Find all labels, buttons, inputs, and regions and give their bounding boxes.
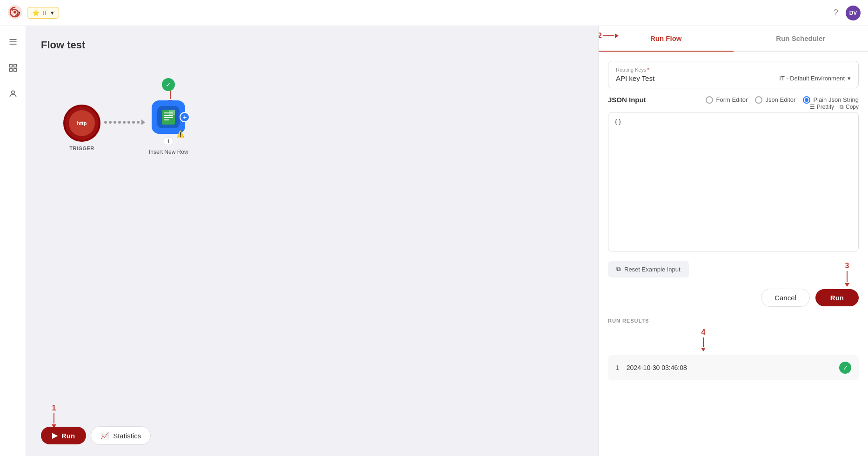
- action-box-inner: [157, 106, 180, 128]
- trigger-node[interactable]: http TRIGGER: [63, 105, 100, 151]
- trigger-inner-circle: http: [69, 110, 95, 136]
- svg-rect-14: [164, 119, 169, 120]
- chevron-down-icon: ▾: [848, 75, 851, 82]
- run-button[interactable]: ▶ Run: [41, 427, 86, 444]
- tab-run-scheduler[interactable]: Run Scheduler: [734, 26, 868, 51]
- flow-title: Flow test: [41, 39, 85, 51]
- cancel-button[interactable]: Cancel: [761, 289, 810, 307]
- environment-selector[interactable]: IT - Default Environment ▾: [779, 75, 851, 82]
- annotation-4: 4: [701, 328, 706, 351]
- topnav-left: ⭐ IT ▾: [7, 5, 59, 21]
- right-panel: 2 Run Flow Run Scheduler Routing Keys * …: [598, 26, 868, 456]
- json-input-section: JSON Input Form Editor Json Editor Pl: [608, 96, 859, 253]
- svg-rect-7: [9, 69, 12, 72]
- form-editor-radio[interactable]: [706, 96, 713, 104]
- annotation-2: 2: [598, 32, 619, 40]
- add-node-button[interactable]: +: [180, 112, 190, 122]
- flow-connector: [100, 119, 149, 125]
- action-label: Insert New Row: [149, 149, 188, 155]
- svg-rect-8: [13, 69, 16, 72]
- help-icon[interactable]: ?: [834, 8, 838, 18]
- sidebar-user-icon[interactable]: [5, 86, 21, 102]
- sidebar-menu-icon[interactable]: [5, 33, 21, 50]
- check-circle: ✓: [162, 78, 175, 91]
- run-results-section: RUN RESULTS 4 1 2024-10-30 03:46:08 ✓: [608, 318, 859, 384]
- svg-point-9: [11, 91, 14, 94]
- step-badge: 1: [164, 138, 173, 145]
- copy-button[interactable]: ⧉ Copy: [840, 104, 859, 110]
- panel-body: Routing Keys * API key Test IT - Default…: [599, 52, 868, 456]
- trigger-circle: http: [63, 105, 100, 142]
- run-scheduler-tab-label: Run Scheduler: [776, 34, 825, 42]
- result-timestamp: 2024-10-30 03:46:08: [627, 364, 687, 371]
- routing-keys-row: API key Test IT - Default Environment ▾: [616, 74, 851, 82]
- plain-json-option[interactable]: Plain Json String: [803, 96, 859, 104]
- routing-keys-field[interactable]: Routing Keys * API key Test IT - Default…: [608, 61, 859, 88]
- play-icon: ▶: [52, 431, 58, 440]
- routing-keys-value: API key Test: [616, 74, 654, 82]
- svg-rect-15: [169, 110, 175, 115]
- left-sidebar: [0, 26, 26, 456]
- workspace-label: IT: [42, 9, 48, 16]
- result-check-icon: ✓: [839, 362, 851, 374]
- plain-json-radio[interactable]: [803, 96, 810, 104]
- reset-example-input-button[interactable]: ⧉ Reset Example Input: [608, 261, 689, 278]
- flow-canvas: Flow test 5 http TRIGGER: [26, 26, 598, 456]
- run-results-title: RUN RESULTS: [608, 318, 859, 324]
- json-input-options: Form Editor Json Editor Plain Json Strin…: [706, 96, 859, 104]
- action-box: + ⚠️: [152, 100, 185, 134]
- chevron-down-icon: ▾: [51, 9, 54, 16]
- action-buttons: 3 Cancel Run: [608, 285, 859, 311]
- success-indicator: ✓: [162, 78, 175, 91]
- svg-rect-13: [164, 117, 173, 118]
- tab-run-flow[interactable]: 2 Run Flow: [599, 26, 734, 51]
- top-navigation: ⭐ IT ▾ ? DV: [0, 0, 868, 26]
- topnav-right: ? DV: [834, 6, 861, 20]
- json-editor-option[interactable]: Json Editor: [755, 96, 795, 104]
- json-input-title: JSON Input: [608, 96, 646, 104]
- sidebar-grid-icon[interactable]: [5, 59, 21, 76]
- action-node[interactable]: ✓ + ⚠️: [149, 100, 188, 155]
- panel-tabs: 2 Run Flow Run Scheduler: [599, 26, 868, 52]
- flow-nodes-container: http TRIGGER ✓: [63, 100, 188, 155]
- prettify-icon: ☰: [810, 104, 815, 110]
- workspace-icon: ⭐: [32, 9, 40, 16]
- workspace-selector[interactable]: ⭐ IT ▾: [27, 7, 59, 19]
- main-layout: Flow test 5 http TRIGGER: [0, 26, 868, 456]
- reset-icon: ⧉: [616, 265, 621, 273]
- annotation-3: 3: [845, 262, 849, 287]
- statistics-button[interactable]: 📈 Statistics: [91, 426, 151, 445]
- json-toolbar: ☰ Prettify ⧉ Copy: [608, 104, 859, 110]
- canvas-bottom-toolbar: ▶ Run 📈 Statistics: [41, 426, 151, 445]
- result-row[interactable]: 1 2024-10-30 03:46:08 ✓: [608, 355, 859, 380]
- result-row-left: 1 2024-10-30 03:46:08: [615, 364, 687, 371]
- json-textarea[interactable]: [608, 112, 859, 251]
- avatar[interactable]: DV: [846, 6, 861, 20]
- chart-icon: 📈: [100, 431, 109, 440]
- run-action-button[interactable]: Run: [815, 289, 859, 306]
- copy-icon: ⧉: [840, 104, 844, 110]
- json-input-header: JSON Input Form Editor Json Editor Pl: [608, 96, 859, 104]
- svg-rect-6: [13, 65, 16, 67]
- run-flow-tab-label: Run Flow: [650, 34, 682, 42]
- svg-rect-5: [9, 65, 12, 67]
- logo-icon[interactable]: [7, 5, 22, 21]
- json-editor-radio[interactable]: [755, 96, 762, 104]
- annotation-1: 1: [52, 404, 56, 428]
- warning-badge: ⚠️: [176, 130, 184, 138]
- prettify-button[interactable]: ☰ Prettify: [810, 104, 834, 110]
- form-editor-option[interactable]: Form Editor: [706, 96, 748, 104]
- routing-keys-label: Routing Keys *: [616, 67, 851, 73]
- result-index: 1: [615, 364, 619, 371]
- svg-point-1: [13, 11, 16, 13]
- trigger-label: TRIGGER: [69, 145, 94, 151]
